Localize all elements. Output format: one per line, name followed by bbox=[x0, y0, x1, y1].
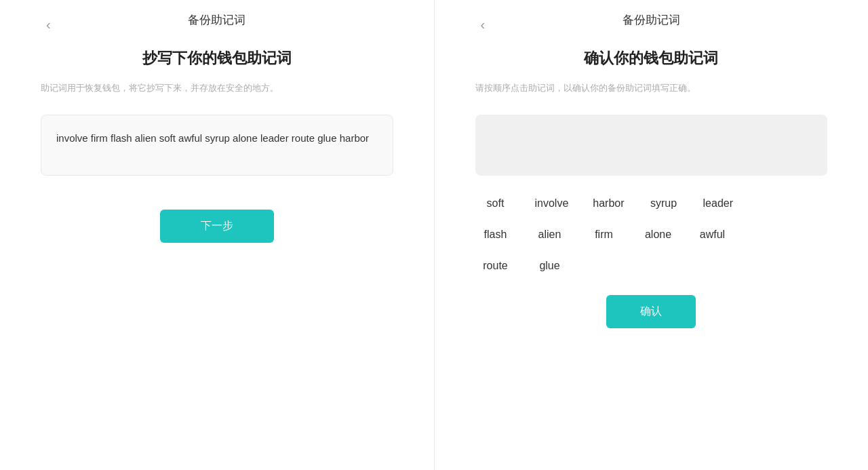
word-chip-alien[interactable]: alien bbox=[530, 226, 570, 243]
left-header-title: 备份助记词 bbox=[188, 12, 245, 28]
mnemonic-phrase-box: involve firm flash alien soft awful syru… bbox=[41, 115, 393, 176]
right-description: 请按顺序点击助记词，以确认你的备份助记词填写正确。 bbox=[475, 81, 828, 96]
right-header: ‹ 备份助记词 bbox=[475, 0, 828, 48]
word-grid: soft involve harbor syrup leader flash a… bbox=[475, 195, 828, 275]
word-chip-syrup[interactable]: syrup bbox=[644, 195, 684, 212]
word-row-3: route glue bbox=[475, 257, 828, 275]
left-panel: ‹ 备份助记词 抄写下你的钱包助记词 助记词用于恢复钱包，将它抄写下来，并存放在… bbox=[0, 0, 434, 470]
word-chip-leader[interactable]: leader bbox=[698, 195, 738, 212]
right-back-button[interactable]: ‹ bbox=[475, 15, 491, 34]
left-description: 助记词用于恢复钱包，将它抄写下来，并存放在安全的地方。 bbox=[41, 81, 393, 96]
word-chip-firm[interactable]: firm bbox=[584, 226, 625, 243]
word-chip-flash[interactable]: flash bbox=[475, 226, 516, 243]
right-page-title: 确认你的钱包助记词 bbox=[475, 48, 828, 68]
left-page-title: 抄写下你的钱包助记词 bbox=[41, 48, 393, 68]
word-chip-involve[interactable]: involve bbox=[530, 195, 574, 212]
word-chip-soft[interactable]: soft bbox=[475, 195, 516, 212]
left-header: ‹ 备份助记词 bbox=[41, 0, 393, 48]
right-panel: ‹ 备份助记词 确认你的钱包助记词 请按顺序点击助记词，以确认你的备份助记词填写… bbox=[434, 0, 869, 470]
word-row-2: flash alien firm alone awful bbox=[475, 226, 828, 243]
word-row-1: soft involve harbor syrup leader bbox=[475, 195, 828, 212]
word-chip-harbor[interactable]: harbor bbox=[587, 195, 629, 212]
word-chip-awful[interactable]: awful bbox=[692, 226, 733, 243]
confirm-button[interactable]: 确认 bbox=[606, 295, 696, 328]
word-chip-route[interactable]: route bbox=[475, 257, 516, 275]
word-chip-alone[interactable]: alone bbox=[638, 226, 679, 243]
right-header-title: 备份助记词 bbox=[623, 12, 680, 28]
next-button[interactable]: 下一步 bbox=[160, 210, 274, 243]
confirm-input-box bbox=[475, 115, 828, 176]
left-back-button[interactable]: ‹ bbox=[41, 15, 56, 34]
word-chip-glue[interactable]: glue bbox=[530, 257, 570, 275]
